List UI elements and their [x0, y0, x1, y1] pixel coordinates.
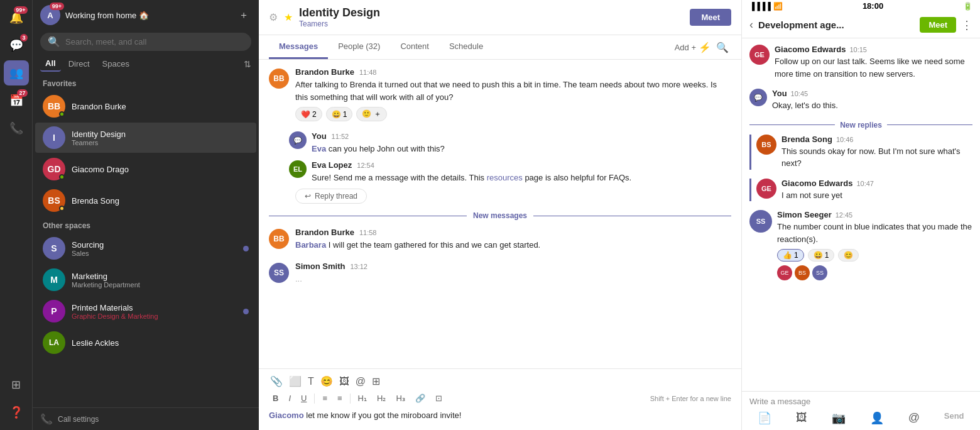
- reaction-smile[interactable]: 😀 1: [326, 107, 353, 121]
- right-panel-header: ‹ Development age... Meet ⋮: [742, 12, 980, 38]
- nav-calendar[interactable]: 📅 27: [4, 88, 29, 113]
- other-spaces-label: Other spaces: [33, 216, 259, 233]
- rp-compose-placeholder[interactable]: Write a message: [749, 397, 972, 406]
- emoji-icon[interactable]: 😊: [319, 374, 334, 389]
- apps-icon: ⊞: [11, 378, 21, 392]
- rp-doc-icon[interactable]: 📄: [758, 411, 771, 425]
- tab-direct[interactable]: Direct: [63, 57, 95, 71]
- rp-reaction-smile[interactable]: 😀 1: [808, 249, 835, 262]
- rp-reply-simon: SS Simon Seeger 12:45 The number count i…: [749, 210, 972, 280]
- rp-image-icon[interactable]: 🖼: [796, 411, 807, 425]
- strikethrough-button[interactable]: ≡: [318, 392, 331, 404]
- nav-apps[interactable]: ⊞: [4, 372, 29, 397]
- back-button[interactable]: ‹: [749, 18, 753, 31]
- rp-reply-brenda: BS Brenda Song 10:46 This sounds okay fo…: [749, 135, 972, 170]
- thread-message-eva: EL Eva Lopez 12:54 Sure! Send me a messa…: [269, 160, 731, 184]
- main-chat: ⚙ ★ Identity Design Teamers Meet Message…: [259, 0, 741, 430]
- search-bar[interactable]: 🔍: [40, 33, 251, 51]
- add-tab-button[interactable]: Add +: [675, 43, 696, 52]
- nav-calls[interactable]: 📞: [4, 116, 29, 141]
- rp-camera-icon[interactable]: 📷: [832, 411, 846, 425]
- more-icon[interactable]: ⊞: [371, 374, 381, 389]
- phone-icon: 📞: [9, 121, 23, 135]
- sidebar-item-marketing[interactable]: M Marketing Marketing Department: [35, 265, 256, 295]
- teams-icon: 👥: [9, 66, 23, 80]
- star-icon[interactable]: ★: [284, 11, 293, 23]
- italic-button[interactable]: I: [285, 392, 295, 404]
- mention-icon[interactable]: @: [354, 375, 367, 389]
- sidebar-item-identity-design[interactable]: I Identity Design Teamers: [35, 123, 256, 153]
- search-chat-icon[interactable]: 🔍: [716, 41, 729, 53]
- filter-icon[interactable]: ⇅: [244, 59, 251, 69]
- call-settings-label[interactable]: Call settings: [58, 415, 99, 424]
- mobile-time: 18:00: [863, 1, 883, 11]
- right-panel: ▐▐▐▐ 📶 18:00 🔋 ‹ Development age... Meet…: [741, 0, 980, 430]
- chat-title: Identity Design: [299, 6, 380, 19]
- sidebar-item-leslie[interactable]: LA Leslie Ackles: [35, 328, 256, 358]
- msg-avatar-simon: SS: [269, 263, 289, 283]
- compose-toolbar: 📎 ⬜ T 😊 🖼 @ ⊞: [269, 374, 731, 389]
- rp-mention-icon[interactable]: @: [908, 411, 920, 425]
- sidebar-item-giacomo[interactable]: GD Giacomo Drago: [35, 154, 256, 184]
- chat-subtitle[interactable]: Teamers: [299, 19, 380, 28]
- search-input[interactable]: [65, 37, 244, 47]
- nav-chat[interactable]: 💬 3: [4, 33, 29, 58]
- reactions: ❤️ 2 😀 1 🙂 ＋: [295, 107, 731, 121]
- image-icon[interactable]: 🖼: [338, 375, 351, 389]
- msg-avatar-brandon-2: BB: [269, 229, 289, 249]
- rp-reply-giacomo: GE Giacomo Edwards 10:47 I am not sure y…: [749, 179, 972, 202]
- phone-settings-icon: 📞: [40, 413, 53, 425]
- message-group-2: BB Brandon Burke 11:58 Barbara I will ge…: [269, 228, 731, 251]
- underline-button[interactable]: U: [297, 392, 310, 404]
- attach-icon[interactable]: 📎: [269, 374, 284, 389]
- app-title: Working from home 🏠: [65, 11, 231, 20]
- rp-reaction-happy[interactable]: 😊: [838, 249, 859, 262]
- indent-button[interactable]: ≡: [334, 392, 346, 404]
- sidebar-topbar: A 99+ Working from home 🏠 ＋: [33, 0, 259, 30]
- signal-icon: ▐▐▐▐: [749, 2, 771, 11]
- rp-new-replies-divider: New replies: [749, 121, 972, 130]
- link-button[interactable]: 🔗: [411, 392, 429, 404]
- chat-tabs: Messages People (32) Content Schedule Ad…: [259, 35, 741, 60]
- boost-icon[interactable]: ⚡: [699, 41, 711, 53]
- rp-contact-icon[interactable]: 👤: [870, 411, 884, 425]
- new-messages-label: New messages: [473, 211, 527, 220]
- h2-button[interactable]: H₂: [373, 392, 389, 404]
- reply-icon: ↩: [305, 192, 311, 201]
- tab-all[interactable]: All: [40, 56, 61, 72]
- nav-teams[interactable]: 👥: [4, 60, 29, 85]
- h1-button[interactable]: H₁: [354, 392, 371, 404]
- gear-icon[interactable]: ⚙: [269, 11, 278, 23]
- user-avatar[interactable]: A 99+: [40, 5, 60, 25]
- reaction-add[interactable]: 🙂 ＋: [356, 107, 386, 121]
- nav-help[interactable]: ❓: [4, 400, 29, 425]
- sidebar-item-brandon[interactable]: BB Brandon Burke: [35, 91, 256, 121]
- code-button[interactable]: ⊡: [432, 392, 446, 404]
- reply-to-thread-button[interactable]: ↩ Reply thread: [295, 189, 367, 204]
- rp-send-button[interactable]: Send: [944, 411, 964, 425]
- text-format-icon[interactable]: T: [307, 375, 315, 389]
- rp-msg-1: GE Giacomo Edwards 10:15 Follow up on ou…: [749, 45, 972, 80]
- sidebar-item-sourcing[interactable]: S Sourcing Sales: [35, 233, 256, 263]
- bold-button[interactable]: B: [269, 392, 282, 404]
- tab-messages[interactable]: Messages: [269, 35, 328, 59]
- add-button[interactable]: ＋: [236, 8, 251, 23]
- msg-avatar-brandon: BB: [269, 69, 289, 89]
- nav-activity[interactable]: 🔔 99+: [4, 5, 29, 30]
- tab-schedule[interactable]: Schedule: [439, 35, 493, 59]
- rp-more-button[interactable]: ⋮: [961, 18, 972, 32]
- rp-reaction-thumbs[interactable]: 👍 1: [777, 249, 804, 262]
- messages-area: BB Brandon Burke 11:48 After talking to …: [259, 60, 741, 368]
- sidebar-item-brenda[interactable]: BS Brenda Song: [35, 185, 256, 216]
- rp-meet-button[interactable]: Meet: [920, 17, 956, 33]
- format-icon[interactable]: ⬜: [288, 374, 303, 389]
- tab-people[interactable]: People (32): [328, 35, 390, 59]
- icon-nav: 🔔 99+ 💬 3 👥 📅 27 📞 ⊞ ❓: [0, 0, 33, 430]
- resources-link[interactable]: resources: [487, 173, 523, 182]
- meet-button[interactable]: Meet: [690, 9, 731, 26]
- tab-spaces[interactable]: Spaces: [97, 57, 134, 71]
- reaction-heart[interactable]: ❤️ 2: [295, 107, 322, 121]
- h3-button[interactable]: H₃: [392, 392, 408, 404]
- tab-content[interactable]: Content: [390, 35, 439, 59]
- sidebar-item-printed-materials[interactable]: P Printed Materials Graphic Design & Mar…: [35, 296, 256, 326]
